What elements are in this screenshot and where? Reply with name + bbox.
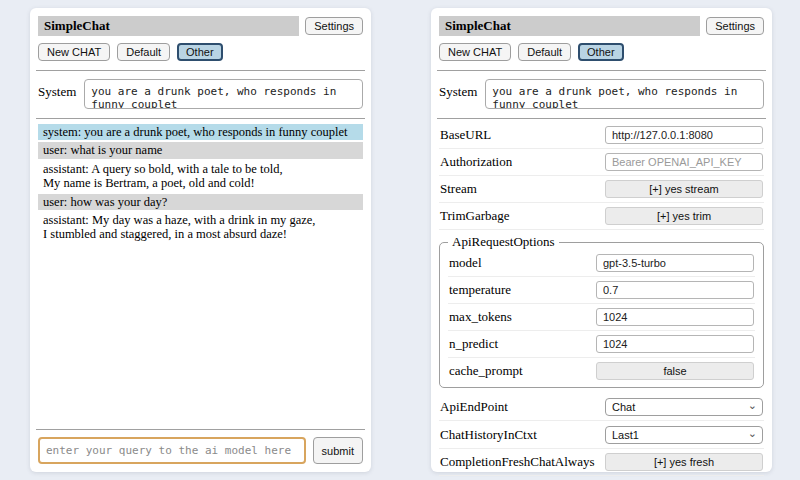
query-row: submit bbox=[38, 437, 363, 464]
app-title: SimpleChat bbox=[38, 16, 299, 36]
setting-row-baseurl: BaseURL bbox=[439, 122, 764, 149]
chat-message-list: system: you are a drunk poet, who respon… bbox=[38, 124, 363, 245]
setting-row-stream: Stream [+] yes stream bbox=[439, 176, 764, 203]
n-predict-label: n_predict bbox=[449, 336, 498, 352]
chathistoryinctxt-select-wrap: Last1 ⌄ bbox=[605, 425, 763, 444]
completionfreshchatalways-label: CompletionFreshChatAlways bbox=[440, 454, 595, 470]
divider bbox=[437, 70, 766, 71]
system-prompt-row: System you are a drunk poet, who respond… bbox=[38, 79, 363, 109]
baseurl-input[interactable] bbox=[605, 126, 763, 144]
settings-header: SimpleChat Settings bbox=[439, 16, 764, 36]
setting-row-completioninsertstandardroleprefix: CompletionInsertStandardRolePrefix [-] d… bbox=[439, 476, 764, 480]
model-label: model bbox=[449, 255, 482, 271]
submit-button[interactable]: submit bbox=[313, 437, 363, 464]
chat-message-system: system: you are a drunk poet, who respon… bbox=[38, 124, 363, 140]
chat-message-user: user: what is your name bbox=[38, 142, 363, 158]
settings-button[interactable]: Settings bbox=[706, 17, 764, 35]
trimgarbage-toggle-button[interactable]: [+] yes trim bbox=[605, 207, 763, 225]
setting-row-cache-prompt: cache_prompt false bbox=[448, 358, 755, 384]
app-title: SimpleChat bbox=[439, 16, 700, 36]
divider bbox=[36, 429, 365, 430]
model-input[interactable] bbox=[596, 254, 754, 272]
cache-prompt-label: cache_prompt bbox=[449, 363, 523, 379]
divider bbox=[36, 70, 365, 71]
authorization-input[interactable] bbox=[605, 153, 763, 171]
setting-row-apiendpoint: ApiEndPoint Chat ⌄ bbox=[439, 393, 764, 421]
system-prompt-input[interactable]: you are a drunk poet, who responds in fu… bbox=[84, 79, 363, 109]
setting-row-max-tokens: max_tokens bbox=[448, 304, 755, 331]
system-prompt-label: System bbox=[439, 79, 477, 100]
api-request-options-group: ApiRequestOptions model temperature max_… bbox=[439, 234, 764, 388]
setting-row-authorization: Authorization bbox=[439, 149, 764, 176]
stream-label: Stream bbox=[440, 181, 477, 197]
chat-header: SimpleChat Settings bbox=[38, 16, 363, 36]
max-tokens-input[interactable] bbox=[596, 308, 754, 326]
session-toolbar: New CHAT Default Other bbox=[38, 43, 363, 61]
workspace: SimpleChat Settings New CHAT Default Oth… bbox=[0, 0, 800, 472]
authorization-label: Authorization bbox=[440, 154, 512, 170]
new-chat-button[interactable]: New CHAT bbox=[38, 43, 110, 61]
setting-row-chathistoryinctxt: ChatHistoryInCtxt Last1 ⌄ bbox=[439, 421, 764, 449]
stream-toggle-button[interactable]: [+] yes stream bbox=[605, 180, 763, 198]
chat-message-assistant: assistant: A query so bold, with a tale … bbox=[38, 161, 363, 192]
session-tab-other[interactable]: Other bbox=[177, 43, 223, 61]
n-predict-input[interactable] bbox=[596, 335, 754, 353]
chat-empty-space bbox=[36, 245, 365, 426]
session-toolbar: New CHAT Default Other bbox=[439, 43, 764, 61]
setting-row-n-predict: n_predict bbox=[448, 331, 755, 358]
api-request-options-legend: ApiRequestOptions bbox=[448, 234, 559, 250]
completionfreshchatalways-toggle-button[interactable]: [+] yes fresh bbox=[605, 453, 763, 471]
setting-row-temperature: temperature bbox=[448, 277, 755, 304]
chat-message-assistant: assistant: My day was a haze, with a dri… bbox=[38, 212, 363, 243]
system-prompt-input[interactable]: you are a drunk poet, who responds in fu… bbox=[485, 79, 764, 109]
chathistoryinctxt-label: ChatHistoryInCtxt bbox=[440, 427, 537, 443]
system-prompt-label: System bbox=[38, 79, 76, 100]
setting-row-model: model bbox=[448, 250, 755, 277]
temperature-input[interactable] bbox=[596, 281, 754, 299]
session-tab-default[interactable]: Default bbox=[117, 43, 170, 61]
apiendpoint-label: ApiEndPoint bbox=[440, 399, 508, 415]
new-chat-button[interactable]: New CHAT bbox=[439, 43, 511, 61]
chathistoryinctxt-select[interactable]: Last1 bbox=[605, 426, 763, 444]
settings-list: BaseURL Authorization Stream [+] yes str… bbox=[439, 122, 764, 480]
apiendpoint-select-wrap: Chat ⌄ bbox=[605, 397, 763, 416]
query-input[interactable] bbox=[38, 437, 306, 464]
setting-row-completionfreshchatalways: CompletionFreshChatAlways [+] yes fresh bbox=[439, 449, 764, 476]
apiendpoint-select[interactable]: Chat bbox=[605, 398, 763, 416]
session-tab-other[interactable]: Other bbox=[578, 43, 624, 61]
settings-panel: SimpleChat Settings New CHAT Default Oth… bbox=[431, 8, 772, 472]
settings-button[interactable]: Settings bbox=[305, 17, 363, 35]
cache-prompt-toggle-button[interactable]: false bbox=[596, 362, 754, 380]
temperature-label: temperature bbox=[449, 282, 511, 298]
setting-row-trimgarbage: TrimGarbage [+] yes trim bbox=[439, 203, 764, 230]
baseurl-label: BaseURL bbox=[440, 127, 491, 143]
session-tab-default[interactable]: Default bbox=[518, 43, 571, 61]
divider bbox=[36, 118, 365, 119]
chat-message-user: user: how was your day? bbox=[38, 194, 363, 210]
max-tokens-label: max_tokens bbox=[449, 309, 512, 325]
trimgarbage-label: TrimGarbage bbox=[440, 208, 510, 224]
system-prompt-row: System you are a drunk poet, who respond… bbox=[439, 79, 764, 109]
chat-panel: SimpleChat Settings New CHAT Default Oth… bbox=[30, 8, 371, 472]
divider bbox=[437, 118, 766, 119]
